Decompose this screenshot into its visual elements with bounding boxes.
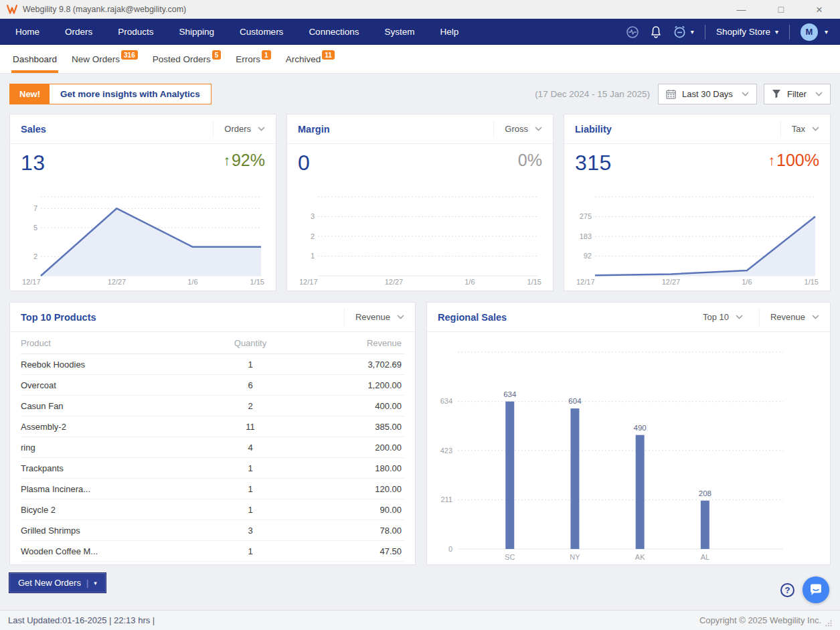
table-row: Grilled Shrimps378.00 [21,520,404,541]
top-products-title: Top 10 Products [21,312,96,323]
last-updated-label: Last Updated:01-16-2025 | 22:13 hrs | [8,615,155,625]
nav-item-help[interactable]: Help [427,19,471,45]
revenue-cell: 1,200.00 [311,380,404,390]
svg-text:211: 211 [440,495,452,503]
svg-text:1: 1 [311,252,315,260]
period-selector[interactable]: Last 30 Days [658,84,757,104]
svg-text:12/27: 12/27 [385,278,404,286]
product-cell: Plasma Incinera... [21,484,190,494]
close-button[interactable]: × [816,4,823,15]
svg-text:275: 275 [580,212,592,220]
revenue-cell: 47.50 [311,546,404,556]
store-selector-label: Shopify Store [716,27,770,37]
account-caret-icon[interactable]: ▾ [825,28,828,35]
chevron-down-icon [812,315,819,319]
period-selector-label: Last 30 Days [682,89,733,99]
nav-item-customers[interactable]: Customers [227,19,296,45]
product-cell: Grilled Shrimps [21,526,190,536]
nav-item-system[interactable]: System [371,19,427,45]
tab-posted-orders[interactable]: Posted Orders5 [151,48,223,73]
svg-text:SC: SC [505,553,515,561]
svg-text:1/15: 1/15 [250,278,264,286]
liability-chart: 2751839212/1712/271/61/15 [575,191,819,287]
quantity-cell: 2 [190,401,311,411]
margin-metric-label: Gross [505,124,528,134]
notifications-bell-icon[interactable] [650,25,662,39]
top-products-metric-label: Revenue [355,312,390,322]
nav-divider [789,25,790,40]
chevron-down-icon [812,127,819,131]
svg-text:7: 7 [33,204,37,212]
status-bar: Last Updated:01-16-2025 | 22:13 hrs | Co… [0,610,840,630]
product-cell: Assembly-2 [21,422,190,432]
nav-item-connections[interactable]: Connections [296,19,371,45]
up-arrow-icon: ↑ [768,153,776,169]
regional-count-label: Top 10 [703,312,729,322]
sales-change-value: 92% [232,151,265,170]
chat-bubble-icon[interactable] [803,576,829,603]
svg-text:0: 0 [448,545,452,553]
margin-change-value: 0% [518,151,542,170]
svg-text:2: 2 [311,232,315,240]
nav-item-products[interactable]: Products [105,19,166,45]
margin-metric-selector[interactable]: Gross [493,121,542,138]
filter-selector-label: Filter [787,89,807,99]
product-cell: Bicycle 2 [21,505,190,515]
tab-new-orders[interactable]: New Orders316 [70,48,139,73]
quantity-cell: 1 [190,546,311,556]
analytics-banner-label: Get more insights with Analytics [50,84,211,104]
regional-metric-label: Revenue [770,312,805,322]
tab-dashboard[interactable]: Dashboard [11,48,58,73]
minimize-button[interactable]: — [737,5,746,14]
svg-text:5: 5 [33,224,37,232]
revenue-cell: 180.00 [311,463,404,473]
scheduler-alarm-icon[interactable]: ▾ [673,25,694,39]
activity-pulse-icon[interactable] [626,25,639,39]
app-window: Webgility 9.8 (mayank.rajak@webgility.co… [0,0,840,630]
analytics-banner[interactable]: New! Get more insights with Analytics [9,84,212,104]
regional-metric-selector[interactable]: Revenue [759,309,819,326]
sales-metric-selector[interactable]: Orders [213,121,265,138]
get-new-orders-button[interactable]: Get New Orders | ▾ [9,573,106,593]
nav-item-home[interactable]: Home [3,19,52,45]
avatar[interactable]: M [801,23,818,41]
main-nav: HomeOrdersProductsShippingCustomersConne… [0,19,840,45]
margin-value: 0 [298,151,310,175]
top-products-metric-selector[interactable]: Revenue [344,309,404,326]
svg-text:1/15: 1/15 [527,278,541,286]
nav-item-orders[interactable]: Orders [52,19,105,45]
tab-archived[interactable]: Archived11 [284,48,336,73]
svg-text:2: 2 [33,252,37,260]
svg-text:NY: NY [570,553,580,561]
help-icon[interactable]: ? [780,583,794,597]
store-selector[interactable]: Shopify Store ▾ [716,27,778,37]
product-cell: Wooden Coffee M... [21,546,190,556]
sales-change: ↑ 92% [223,151,265,170]
chevron-down-icon [736,315,743,319]
margin-card-title: Margin [298,124,330,135]
resize-grip[interactable] [825,620,832,627]
new-badge: New! [10,84,50,104]
get-new-orders-caret-icon: ▾ [94,580,97,586]
column-header-product: Product [21,338,190,348]
revenue-cell: 90.00 [311,505,404,515]
quantity-cell: 1 [190,463,311,473]
tab-badge: 5 [212,50,222,60]
nav-item-shipping[interactable]: Shipping [167,19,228,45]
quantity-cell: 4 [190,443,311,453]
table-row: Wooden Coffee M...147.50 [21,541,404,562]
maximize-button[interactable]: □ [778,5,784,14]
svg-text:AK: AK [635,553,645,561]
tab-errors[interactable]: Errors1 [234,48,272,73]
liability-card: Liability Tax 315 ↑ 100% 2751839212/1 [564,114,831,291]
filter-selector[interactable]: Filter [764,84,831,104]
product-cell: Trackpants [21,463,190,473]
filter-funnel-icon [772,89,781,98]
nav-divider [705,25,705,40]
liability-metric-selector[interactable]: Tax [780,121,819,138]
tab-label: Errors [236,54,260,64]
liability-change-value: 100% [776,151,819,170]
regional-count-selector[interactable]: Top 10 [692,309,743,326]
quantity-cell: 1 [190,484,311,494]
date-range-label: (17 Dec 2024 - 15 Jan 2025) [535,89,650,99]
